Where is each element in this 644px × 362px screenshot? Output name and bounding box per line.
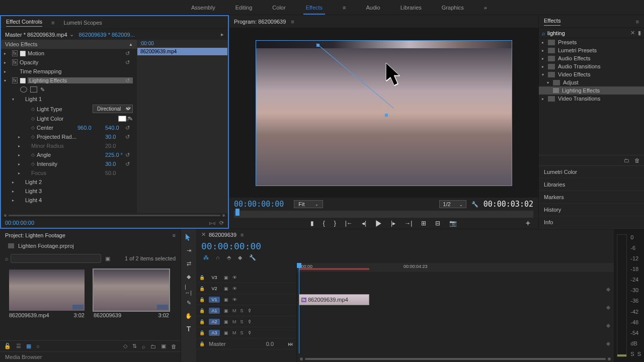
panel-lumetri-color[interactable]: Lumetri Color bbox=[539, 166, 644, 178]
new-bin-icon[interactable]: 🗀 bbox=[150, 343, 156, 349]
fx-lighting-effects-row[interactable]: ▾fx ⬜ Lighting Effects ↺ bbox=[1, 76, 137, 85]
tab-color[interactable]: Color bbox=[272, 5, 285, 11]
ripple-edit-tool-icon[interactable]: ⇄ bbox=[185, 259, 193, 267]
program-monitor[interactable] bbox=[229, 28, 538, 198]
sequence-menu-icon[interactable]: ≡ bbox=[240, 232, 244, 238]
program-timecode[interactable]: 00:00:00:00 bbox=[234, 200, 284, 209]
toggle-output-icon[interactable]: ▣ bbox=[224, 308, 228, 313]
track-v2[interactable]: 🔒V2▣👁 bbox=[196, 283, 296, 294]
panel-markers[interactable]: Markers bbox=[539, 191, 644, 204]
presets-folder[interactable]: ▸Presets bbox=[539, 38, 644, 46]
toggle-output-icon[interactable]: ▣ bbox=[224, 286, 228, 291]
eye-icon[interactable]: 👁 bbox=[232, 286, 237, 291]
project-menu-icon[interactable]: ≡ bbox=[173, 232, 176, 238]
delete-icon[interactable]: 🗑 bbox=[634, 157, 640, 163]
eye-icon[interactable]: 👁 bbox=[232, 297, 237, 302]
mark-out-icon[interactable]: { bbox=[323, 220, 325, 227]
tab-overflow-icon[interactable]: » bbox=[484, 5, 487, 11]
tab-lumetri-scopes[interactable]: Lumetri Scopes bbox=[63, 20, 102, 26]
solo-toggle[interactable]: S bbox=[240, 308, 244, 313]
pen-mask-icon[interactable]: ✎ bbox=[40, 86, 45, 93]
mic-icon[interactable]: 🎙 bbox=[248, 308, 252, 313]
solo-toggle[interactable]: S bbox=[240, 319, 244, 324]
sequence-title[interactable]: 862009639 bbox=[209, 232, 236, 238]
video-preview[interactable] bbox=[256, 40, 512, 186]
light-4-row[interactable]: ▸Light 4 bbox=[1, 196, 137, 205]
panel-libraries[interactable]: Libraries bbox=[539, 178, 644, 191]
timeline-zoom-slider[interactable] bbox=[305, 358, 606, 360]
toggle-output-icon[interactable]: ▣ bbox=[224, 330, 228, 335]
timeline-content[interactable]: :00:00 00:00:04:23 fx862009639.mp4 bbox=[297, 263, 614, 362]
resolution-select[interactable]: 1/2 ⌄ bbox=[439, 200, 466, 208]
effects-search-input[interactable] bbox=[547, 30, 630, 36]
rect-mask-icon[interactable] bbox=[30, 86, 37, 93]
settings-icon[interactable]: ◆ bbox=[238, 254, 242, 261]
zoom-fit-select[interactable]: Fit⌄ bbox=[294, 200, 323, 208]
hand-tool-icon[interactable]: ✋ bbox=[185, 312, 193, 320]
project-item-sequence[interactable]: 8620096393:02 bbox=[94, 269, 169, 335]
lock-icon[interactable]: 🔒 bbox=[199, 308, 205, 313]
media-browser-panel[interactable]: Media Browser bbox=[0, 351, 181, 362]
timeline-playhead[interactable] bbox=[299, 263, 299, 353]
tab-assembly[interactable]: Assembly bbox=[191, 5, 215, 11]
mute-toggle[interactable]: M bbox=[232, 308, 236, 313]
pen-tool-icon[interactable]: ✎ bbox=[185, 299, 193, 307]
keyframe-toggle-icon[interactable]: ◇ bbox=[31, 125, 35, 130]
extract-icon[interactable]: ⊟ bbox=[435, 220, 440, 227]
reset-icon[interactable]: ↺ bbox=[125, 59, 130, 66]
panel-menu-icon[interactable]: ≡ bbox=[636, 19, 639, 25]
keyframe-toggle-icon[interactable]: ◇ bbox=[31, 161, 35, 166]
solo-left[interactable]: S bbox=[630, 351, 634, 357]
mute-toggle[interactable]: M bbox=[232, 330, 236, 335]
mark-clip-icon[interactable]: } bbox=[334, 220, 336, 227]
lumetri-presets-folder[interactable]: ▸Lumetri Presets bbox=[539, 46, 644, 54]
clear-search-icon[interactable]: ✕ bbox=[630, 30, 635, 36]
reset-icon[interactable]: ↺ bbox=[125, 106, 130, 112]
lift-icon[interactable]: ⊞ bbox=[421, 220, 426, 227]
razor-tool-icon[interactable]: ◆ bbox=[185, 273, 193, 281]
new-item-icon[interactable]: ▣ bbox=[161, 343, 166, 349]
project-item-clip[interactable]: 862009639.mp43:02 bbox=[9, 269, 85, 335]
light-1-row[interactable]: ▾ Light 1 bbox=[1, 95, 137, 104]
effects-filter-icon[interactable]: ▮ bbox=[638, 30, 641, 36]
button-editor-icon[interactable]: + bbox=[526, 219, 530, 228]
snap-icon[interactable]: ⁂ bbox=[203, 254, 209, 261]
track-a2[interactable]: 🔒A2▣MS🎙 bbox=[196, 316, 296, 327]
list-view-icon[interactable]: ☰ bbox=[16, 343, 21, 349]
export-frame-icon[interactable]: 📷 bbox=[449, 220, 457, 227]
sequence-clip-label[interactable]: 862009639 * 862009... bbox=[79, 32, 135, 38]
track-v1[interactable]: 🔒V1▣👁 bbox=[196, 294, 296, 305]
reset-icon[interactable]: ↺ bbox=[125, 134, 130, 140]
master-clip-label[interactable]: Master * 862009639.mp4 bbox=[5, 32, 67, 38]
ec-footer-btn[interactable]: ▹◃ bbox=[209, 220, 215, 226]
go-to-out-icon[interactable]: →| bbox=[405, 220, 412, 227]
keyframe-toggle-icon[interactable]: ◇ bbox=[31, 152, 35, 157]
mark-in-icon[interactable]: ▮ bbox=[310, 220, 314, 227]
chevron-down-icon[interactable]: ⌄ bbox=[69, 31, 74, 38]
wrench-icon[interactable]: 🔧 bbox=[471, 201, 478, 208]
step-forward-icon[interactable]: |▸ bbox=[391, 220, 395, 227]
keyframe-toggle-icon[interactable]: ◇ bbox=[31, 107, 35, 112]
step-back-icon[interactable]: ◂| bbox=[362, 220, 366, 227]
keyframe-toggle-icon[interactable]: ◇ bbox=[31, 116, 35, 121]
lock-icon[interactable]: 🔒 bbox=[199, 319, 205, 324]
lock-icon[interactable]: 🔒 bbox=[199, 275, 205, 280]
reset-icon[interactable]: ↺ bbox=[125, 152, 130, 158]
toggle-output-icon[interactable]: ▣ bbox=[224, 275, 228, 280]
tab-libraries[interactable]: Libraries bbox=[400, 5, 422, 11]
program-menu-icon[interactable]: ≡ bbox=[291, 19, 294, 25]
icon-view-icon[interactable]: ▦ bbox=[26, 343, 31, 349]
lock-icon[interactable]: 🔒 bbox=[199, 286, 205, 291]
tab-effects-menu-icon[interactable]: ≡ bbox=[343, 5, 346, 11]
reset-icon[interactable]: ↺ bbox=[125, 116, 130, 122]
track-a3[interactable]: 🔒A3▣MS🎙 bbox=[196, 327, 296, 338]
panel-history[interactable]: History bbox=[539, 204, 644, 216]
timeline-timecode[interactable]: 00:00:00:00 bbox=[201, 241, 261, 251]
fx-time-remapping-row[interactable]: ▸fx Time Remapping bbox=[1, 67, 137, 76]
new-bin-icon[interactable]: 🗀 bbox=[624, 157, 629, 163]
linked-selection-icon[interactable]: ∩ bbox=[216, 254, 220, 261]
sort-icon[interactable]: ⇅ bbox=[132, 343, 137, 349]
keyframe-toggle-icon[interactable]: ◇ bbox=[31, 134, 35, 139]
eye-icon[interactable]: 👁 bbox=[232, 275, 237, 280]
tab-editing[interactable]: Editing bbox=[235, 5, 253, 11]
